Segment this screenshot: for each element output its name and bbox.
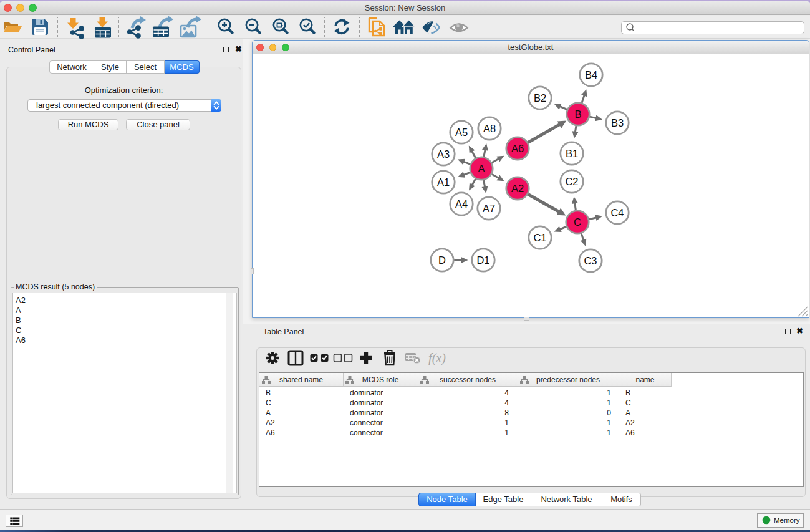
- svg-text:f(x): f(x): [428, 351, 446, 365]
- svg-text:A4: A4: [455, 198, 468, 210]
- svg-text:C4: C4: [610, 207, 624, 218]
- svg-text:A8: A8: [483, 123, 496, 134]
- svg-text:B1: B1: [566, 148, 578, 159]
- svg-text:C: C: [574, 216, 581, 228]
- svg-text:A: A: [478, 163, 485, 174]
- svg-text:A6: A6: [511, 143, 524, 154]
- svg-text:D1: D1: [476, 254, 489, 266]
- svg-text:B2: B2: [534, 92, 546, 104]
- svg-text:A5: A5: [455, 127, 468, 138]
- svg-text:B: B: [574, 109, 581, 120]
- svg-text:A3: A3: [437, 148, 450, 160]
- svg-text:A7: A7: [483, 203, 495, 214]
- svg-text:B3: B3: [611, 117, 624, 128]
- svg-text:C1: C1: [533, 232, 546, 243]
- svg-text:A1: A1: [437, 177, 450, 188]
- svg-text:C3: C3: [584, 255, 597, 266]
- svg-text:D: D: [438, 254, 446, 266]
- svg-text:B4: B4: [585, 69, 597, 80]
- svg-text:C2: C2: [565, 176, 578, 187]
- svg-text:A2: A2: [511, 183, 524, 194]
